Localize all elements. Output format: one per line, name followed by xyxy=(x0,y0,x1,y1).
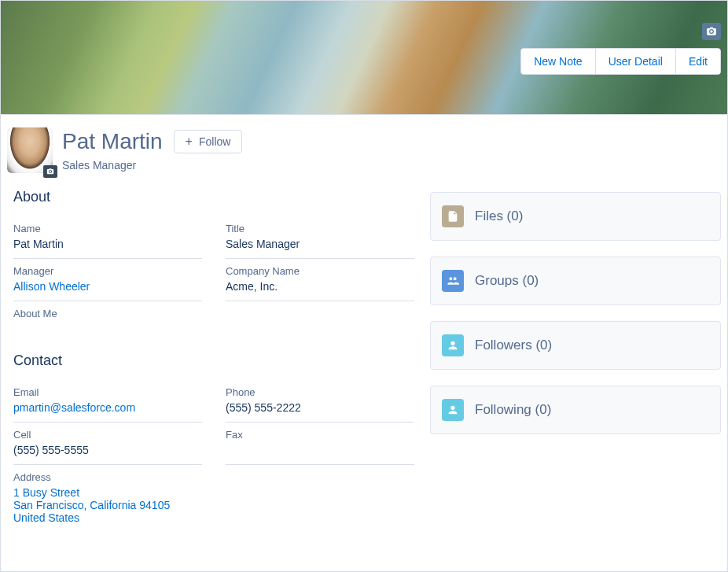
field-label: Name xyxy=(13,223,202,234)
field-aboutme: About Me xyxy=(13,301,414,330)
field-label: Cell xyxy=(13,429,202,441)
email-link[interactable]: pmartin@salesforce.com xyxy=(13,401,202,414)
groups-icon xyxy=(442,270,464,292)
banner-camera-button[interactable] xyxy=(702,23,721,40)
address-link[interactable]: 1 Busy Street San Francisco, California … xyxy=(13,486,414,524)
field-manager: Manager Allison Wheeler xyxy=(13,259,202,301)
followers-icon xyxy=(442,334,464,356)
avatar-container xyxy=(7,127,56,176)
contact-heading: Contact xyxy=(13,352,414,369)
profile-subtitle: Sales Manager xyxy=(62,159,242,172)
follow-button[interactable]: + Follow xyxy=(174,130,243,153)
address-line1: 1 Busy Street xyxy=(13,486,414,499)
edit-button[interactable]: Edit xyxy=(676,49,720,74)
field-label: Fax xyxy=(226,429,414,441)
field-label: Address xyxy=(13,471,414,483)
field-phone: Phone (555) 555-2222 xyxy=(226,380,414,423)
follow-label: Follow xyxy=(199,135,230,148)
field-name: Name Pat Martin xyxy=(13,216,202,259)
field-label: Phone xyxy=(226,386,414,398)
field-address: Address 1 Busy Street San Francisco, Cal… xyxy=(13,465,414,532)
card-title: Groups (0) xyxy=(475,273,539,289)
field-value: (555) 555-2222 xyxy=(226,401,414,414)
banner-image: New Note User Detail Edit xyxy=(1,1,727,115)
field-label: Manager xyxy=(13,265,202,277)
plus-icon: + xyxy=(186,135,193,148)
profile-header: Pat Martin + Follow Sales Manager xyxy=(1,115,727,184)
address-line3: United States xyxy=(13,511,414,524)
field-label: Company Name xyxy=(226,265,414,277)
profile-name: Pat Martin xyxy=(62,129,163,154)
address-line2: San Francisco, California 94105 xyxy=(13,499,414,511)
user-detail-button[interactable]: User Detail xyxy=(596,49,676,74)
avatar-camera-button[interactable] xyxy=(43,165,57,178)
field-value: Pat Martin xyxy=(13,238,202,250)
followers-card[interactable]: Followers (0) xyxy=(430,321,721,370)
field-title: Title Sales Manager xyxy=(226,216,414,259)
following-icon xyxy=(442,399,464,421)
card-title: Following (0) xyxy=(475,402,551,418)
card-title: Files (0) xyxy=(475,209,523,224)
camera-icon xyxy=(46,168,54,175)
groups-card[interactable]: Groups (0) xyxy=(430,256,721,305)
field-value: Acme, Inc. xyxy=(226,280,414,293)
camera-icon xyxy=(706,26,717,37)
field-label: Email xyxy=(13,386,202,398)
field-label: About Me xyxy=(13,308,414,319)
new-note-button[interactable]: New Note xyxy=(521,49,595,74)
about-heading: About xyxy=(13,189,414,205)
field-label: Title xyxy=(226,223,414,234)
banner-actions: New Note User Detail Edit xyxy=(520,48,721,75)
files-icon xyxy=(442,205,464,227)
field-cell: Cell (555) 555-5555 xyxy=(13,423,202,465)
files-card[interactable]: Files (0) xyxy=(430,192,721,241)
following-card[interactable]: Following (0) xyxy=(430,386,721,434)
field-value: Sales Manager xyxy=(226,238,414,250)
manager-link[interactable]: Allison Wheeler xyxy=(13,280,202,293)
card-title: Followers (0) xyxy=(475,338,552,353)
field-fax: Fax xyxy=(226,423,414,465)
field-value: (555) 555-5555 xyxy=(13,444,202,456)
field-company: Company Name Acme, Inc. xyxy=(226,259,414,301)
field-email: Email pmartin@salesforce.com xyxy=(13,380,202,423)
name-block: Pat Martin + Follow Sales Manager xyxy=(62,129,242,172)
